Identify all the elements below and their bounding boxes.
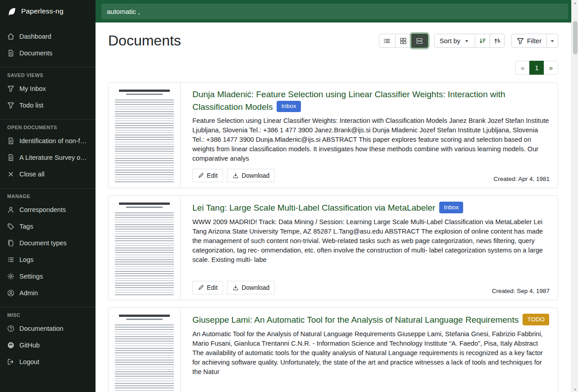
grid-view-icon (400, 37, 407, 45)
sidebar-item-label: Documents (19, 49, 52, 57)
filter-group: Filter (511, 34, 558, 48)
document-card: Lei Tang: Large Scale Multi-Label Classi… (108, 195, 558, 300)
sidebar-item-identification-of-non-fu[interactable]: Identification of non-fu... (0, 132, 96, 149)
document-card-body: Giuseppe Lami: An Automatic Tool for the… (181, 308, 558, 392)
pagination-item: » (544, 61, 558, 75)
file-stack-icon (7, 239, 14, 247)
document-title-link[interactable]: Lei Tang: Large Scale Multi-Label Classi… (192, 203, 435, 212)
person-circle-icon (7, 289, 14, 297)
download-button[interactable]: Download (227, 281, 275, 294)
sidebar-item-label: GitHub (19, 341, 40, 349)
scroll-up-arrow-icon[interactable]: ▲ (572, 0, 578, 5)
document-title: Lei Tang: Large Scale Multi-Label Classi… (192, 202, 550, 214)
funnel-icon (7, 85, 14, 92)
house-icon (7, 33, 14, 40)
thumbnail-text-lines (115, 212, 174, 295)
sidebar-section-manage: MANAGE (0, 188, 96, 201)
pagination-item: 1 (530, 61, 544, 75)
document-excerpt: An Automatic Tool for the Analysis of Na… (192, 329, 550, 377)
document-thumbnail[interactable] (109, 83, 181, 188)
pagination-next[interactable]: » (544, 61, 558, 75)
sidebar-nav: DashboardDocumentsSAVED VIEWSMy InboxTod… (0, 28, 96, 370)
sidebar-item-documentation[interactable]: Documentation (0, 320, 96, 337)
filter-dropdown-button[interactable] (546, 34, 558, 48)
sidebar-item-document-types[interactable]: Document types (0, 234, 96, 251)
sidebar: DashboardDocumentsSAVED VIEWSMy InboxTod… (0, 23, 96, 392)
thumbnail-subtitle-line (126, 207, 163, 208)
thumbnail-text-lines (115, 99, 174, 183)
github-icon (7, 342, 14, 349)
detail-view-button[interactable] (411, 34, 428, 48)
document-title-link[interactable]: Dunja Mladenić: Feature Selection using … (192, 90, 505, 111)
sidebar-item-tags[interactable]: Tags (0, 218, 96, 234)
sidebar-item-close-all[interactable]: Close all (0, 166, 96, 182)
sidebar-item-logout[interactable]: Logout (0, 353, 96, 370)
sidebar-item-my-inbox[interactable]: My Inbox (0, 80, 96, 97)
thumbnail-title-line (119, 90, 170, 92)
sidebar-item-label: Tags (19, 222, 33, 230)
sort-alphabetical-button[interactable] (490, 34, 505, 48)
document-actions: EditDownload (192, 281, 275, 294)
scroll-down-arrow-icon[interactable]: ▼ (572, 387, 578, 392)
sidebar-item-label: Document types (19, 239, 67, 247)
view-toggle-group (379, 34, 428, 48)
sidebar-item-admin[interactable]: Admin (0, 284, 96, 301)
sort-group: Sort by (434, 34, 505, 48)
pagination-prev[interactable]: « (515, 61, 530, 75)
sidebar-item-correspondents[interactable]: Correspondents (0, 201, 96, 218)
sidebar-item-todo-list[interactable]: Todo list (0, 97, 96, 113)
edit-button[interactable]: Edit (192, 169, 223, 182)
toolbar: Sort by Filter (379, 34, 558, 48)
download-button-label: Download (241, 284, 269, 291)
sidebar-item-github[interactable]: GitHub (0, 337, 96, 353)
created-date: Created: Sep 4, 1987 (492, 288, 550, 294)
edit-button[interactable]: Edit (192, 281, 223, 294)
sort-by-button[interactable]: Sort by (434, 34, 475, 48)
grid-view-button[interactable] (395, 34, 412, 48)
document-card-footer: EditDownloadCreated: Apr 4, 1981 (192, 163, 550, 182)
document-thumbnail[interactable] (109, 196, 181, 300)
sidebar-item-a-literature-survey-on[interactable]: A Literature Survey on ... (0, 149, 96, 166)
search-input[interactable] (101, 4, 568, 19)
thumbnail-subtitle-line (126, 319, 163, 320)
pagination-page-1[interactable]: 1 (529, 61, 544, 75)
file-text-icon (7, 154, 14, 161)
edit-button-label: Edit (207, 172, 218, 179)
sidebar-item-label: A Literature Survey on ... (19, 153, 88, 162)
sidebar-item-documents[interactable]: Documents (0, 45, 96, 61)
page-header: Documents Sort by (108, 32, 558, 49)
sidebar-item-logs[interactable]: Logs (0, 251, 96, 268)
pencil-icon (198, 172, 204, 179)
logout-icon (7, 358, 14, 365)
sort-alphabetical-icon (494, 37, 501, 45)
sort-descending-icon (479, 37, 486, 45)
thumbnail-title-line (119, 315, 170, 317)
list-view-icon (383, 37, 391, 45)
sidebar-item-label: My Inbox (19, 85, 46, 93)
caret-down-icon (549, 38, 555, 44)
tag-badge[interactable]: Inbox (277, 101, 300, 113)
list-view-button[interactable] (379, 34, 396, 48)
sidebar-item-label: Documentation (19, 324, 64, 333)
download-button[interactable]: Download (227, 169, 275, 182)
sidebar-item-label: Identification of non-fu... (19, 137, 88, 145)
brand[interactable]: Paperless-ng (0, 0, 96, 23)
scrollbar[interactable]: ▲ ▼ (571, 0, 578, 392)
sidebar-item-dashboard[interactable]: Dashboard (0, 28, 96, 45)
file-text-icon (7, 137, 14, 144)
funnel-icon (517, 37, 524, 45)
tag-badge[interactable]: Inbox (439, 202, 463, 213)
sort-descending-button[interactable] (475, 34, 490, 48)
document-card: Dunja Mladenić: Feature Selection using … (108, 82, 558, 188)
document-title-link[interactable]: Giuseppe Lami: An Automatic Tool for the… (192, 315, 519, 324)
thumbnail-text-lines (115, 324, 174, 392)
document-list: Dunja Mladenić: Feature Selection using … (108, 82, 558, 392)
scrollbar-thumb[interactable] (573, 21, 578, 54)
sidebar-item-settings[interactable]: Settings (0, 268, 96, 284)
main-content: Documents Sort by (96, 23, 578, 392)
document-thumbnail[interactable] (109, 308, 181, 392)
tag-badge[interactable]: TODO (523, 314, 549, 325)
filter-button[interactable]: Filter (511, 34, 547, 48)
topbar (96, 0, 578, 23)
tag-icon (7, 223, 14, 230)
